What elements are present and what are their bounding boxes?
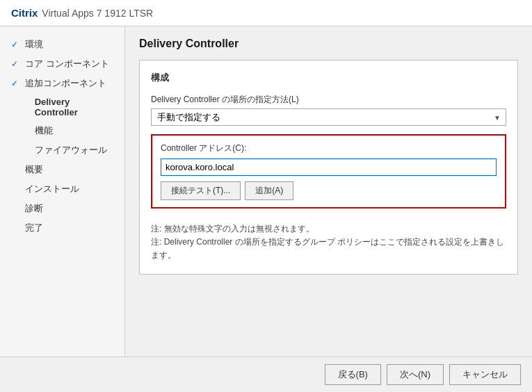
sidebar-item-firewall[interactable]: ファイアウォール [0,140,124,160]
sidebar-label-feature: 機能 [35,124,53,137]
connection-test-button[interactable]: 接続テスト(T)... [161,181,241,200]
controller-address-label: Controller アドレス(C): [161,142,497,154]
app-title: Virtual Apps 7 1912 LTSR [42,8,153,19]
sidebar-item-addon[interactable]: 追加コンポーネント [0,74,124,93]
config-panel: 構成 Delivery Controller の場所の指定方法(L) 手動で指定… [139,60,518,275]
sidebar-item-summary[interactable]: 概要 [0,160,124,179]
back-button[interactable]: 戻る(B) [325,364,381,385]
footer-bar: 戻る(B) 次へ(N) キャンセル [0,357,532,392]
panel-title: 構成 [151,72,506,84]
sidebar-label-core: コア コンポーネント [25,58,109,70]
sidebar: 環境 コア コンポーネント 追加コンポーネント Delivery Control… [0,26,125,357]
sidebar-label-delivery: Delivery Controller [35,97,113,117]
app-window: Citrix Virtual Apps 7 1912 LTSR 環境 コア コン… [0,0,532,392]
sidebar-label-diagnose: 診断 [25,202,43,215]
sidebar-item-diagnose[interactable]: 診断 [0,199,124,218]
sidebar-item-delivery[interactable]: Delivery Controller [0,93,124,121]
sidebar-item-done[interactable]: 完了 [0,218,124,238]
sidebar-label-addon: 追加コンポーネント [25,77,106,90]
controller-address-input[interactable] [161,158,497,176]
main-content: 環境 コア コンポーネント 追加コンポーネント Delivery Control… [0,26,532,357]
citrix-logo: Citrix [11,7,38,19]
cancel-button[interactable]: キャンセル [449,364,521,385]
note-2: 注: Delivery Controller の場所を指定するグループ ポリシー… [151,236,506,262]
dropdown-wrapper[interactable]: 手動で指定する [151,108,506,126]
page-title: Delivery Controller [139,38,518,50]
title-bar: Citrix Virtual Apps 7 1912 LTSR [0,0,532,26]
controller-section: Controller アドレス(C): 接続テスト(T)... 追加(A) [151,134,506,209]
sidebar-label-firewall: ファイアウォール [35,144,107,156]
sidebar-label-done: 完了 [25,222,43,234]
add-button[interactable]: 追加(A) [245,181,293,200]
location-method-select[interactable]: 手動で指定する [151,108,506,126]
sidebar-label-install: インストール [25,183,79,195]
controller-btn-row: 接続テスト(T)... 追加(A) [161,181,497,200]
sidebar-item-env[interactable]: 環境 [0,35,124,54]
sidebar-item-core[interactable]: コア コンポーネント [0,54,124,74]
note-1: 注: 無効な特殊文字の入力は無視されます。 [151,222,506,236]
dropdown-group: Delivery Controller の場所の指定方法(L) 手動で指定する [151,94,506,126]
sidebar-label-env: 環境 [25,38,43,51]
sidebar-item-install[interactable]: インストール [0,179,124,199]
dropdown-label: Delivery Controller の場所の指定方法(L) [151,94,506,106]
notes-area: 注: 無効な特殊文字の入力は無視されます。 注: Delivery Contro… [151,222,506,263]
sidebar-item-feature[interactable]: 機能 [0,121,124,140]
content-area: Delivery Controller 構成 Delivery Controll… [125,26,532,357]
sidebar-label-summary: 概要 [25,163,43,176]
next-button[interactable]: 次へ(N) [387,364,444,385]
